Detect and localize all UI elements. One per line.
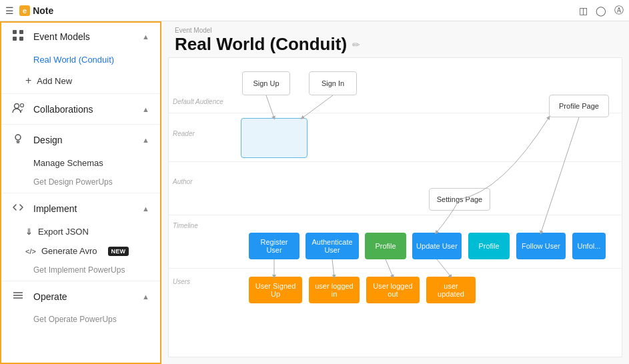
sidebar-section-implement: Implement ▲ ⇓ Export JSON </> Generate A… (1, 195, 160, 279)
sidebar-item-implement[interactable]: Implement ▲ (1, 195, 160, 222)
collaborations-label: Collaborations (33, 104, 142, 115)
sidebar-item-collaborations[interactable]: Collaborations ▲ (1, 95, 160, 123)
sidebar-design-powerups[interactable]: Get Design PowerUps (1, 173, 160, 191)
sidebar-add-new-button[interactable]: + Add New (1, 69, 160, 92)
list-icon (12, 289, 25, 303)
divider-1 (1, 93, 160, 94)
page-title: Real World (Conduit) (175, 34, 347, 55)
row-label-timeline: Timeline (173, 222, 198, 229)
node-user-updated[interactable]: user updated (426, 277, 476, 303)
node-settings-page[interactable]: Settings Page (429, 188, 490, 211)
download-icon: ⇓ (25, 227, 33, 237)
add-new-label: Add New (37, 76, 72, 86)
divider-2 (1, 124, 160, 125)
node-user-logged-in[interactable]: user logged in (309, 277, 360, 303)
node-user-logged-out[interactable]: User logged out (366, 277, 420, 303)
node-profile[interactable]: Profile (365, 233, 406, 259)
event-models-label: Event Models (33, 31, 142, 42)
svg-rect-1 (19, 30, 23, 34)
svg-point-4 (15, 104, 19, 109)
logo: e Note (19, 5, 53, 16)
user-circle-icon[interactable]: ◯ (596, 5, 606, 16)
sidebar-item-operate[interactable]: Operate ▲ (1, 283, 160, 310)
topbar-right: ◫ ◯ Ⓐ (579, 5, 624, 17)
sidebar-implement-powerups[interactable]: Get Implement PowerUps (1, 261, 160, 279)
lightbulb-icon (12, 133, 25, 147)
main-area: Event Models ▲ Real World (Conduit) + Ad… (0, 21, 629, 364)
content-header: Event Model Real World (Conduit) ✏ (161, 21, 629, 57)
content-area: Event Model Real World (Conduit) ✏ Defau… (161, 21, 629, 364)
menu-icon[interactable]: ☰ (5, 5, 14, 16)
svg-rect-2 (13, 37, 17, 41)
chevron-down-icon-collab: ▲ (142, 105, 149, 113)
svg-point-6 (15, 135, 21, 140)
sidebar-manage-schemas[interactable]: Manage Schemas (1, 153, 160, 173)
sidebar-section-event-models: Event Models ▲ Real World (Conduit) + Ad… (1, 23, 160, 92)
chevron-down-icon-design: ▲ (142, 136, 149, 144)
sidebar-operate-powerups[interactable]: Get Operate PowerUps (1, 310, 160, 329)
divider-3 (1, 193, 160, 193)
row-label-author: Author (173, 178, 192, 185)
node-sign-up[interactable]: Sign Up (242, 71, 290, 95)
breadcrumb: Event Model (175, 27, 616, 34)
code-small-icon: </> (25, 247, 36, 255)
sidebar-section-operate: Operate ▲ Get Operate PowerUps (1, 283, 160, 329)
sidebar-generate-avro[interactable]: </> Generate Avro NEW (1, 241, 160, 261)
divider-4 (1, 281, 160, 281)
sidebar: Event Models ▲ Real World (Conduit) + Ad… (0, 21, 161, 364)
people-icon (12, 102, 25, 116)
grid-icon[interactable]: ◫ (579, 5, 588, 16)
chevron-down-icon-operate: ▲ (142, 293, 149, 301)
implement-label: Implement (33, 203, 142, 214)
chevron-down-icon: ▲ (142, 33, 149, 41)
sidebar-item-design[interactable]: Design ▲ (1, 126, 160, 153)
row-label-users: Users (173, 278, 190, 285)
node-profile2[interactable]: Profile (468, 233, 510, 259)
row-label-reader: Reader (173, 130, 195, 137)
node-follow-user[interactable]: Follow User (516, 233, 566, 259)
new-badge: NEW (108, 247, 129, 256)
logo-text: Note (33, 5, 53, 16)
grid-line-4 (169, 268, 622, 269)
diagram-canvas[interactable]: Default Audience Reader Author Timeline … (168, 57, 622, 357)
grid-line-3 (169, 215, 622, 215)
edit-icon[interactable]: ✏ (352, 39, 360, 50)
sidebar-section-design: Design ▲ Manage Schemas Get Design Power… (1, 126, 160, 191)
node-user-signed-up[interactable]: User Signed Up (249, 277, 302, 303)
operate-label: Operate (33, 291, 142, 302)
node-unfollow[interactable]: Unfol... (572, 233, 606, 259)
sidebar-item-real-world-conduit[interactable]: Real World (Conduit) (1, 50, 160, 69)
grid-line-2 (169, 161, 622, 162)
node-sign-in[interactable]: Sign In (309, 71, 357, 95)
logo-box: e (19, 5, 30, 16)
chevron-down-icon-implement: ▲ (142, 205, 149, 213)
node-register-user[interactable]: Register User (249, 233, 299, 259)
node-profile-page[interactable]: Profile Page (549, 95, 609, 117)
topbar: ☰ e Note ◫ ◯ Ⓐ (0, 0, 629, 21)
svg-rect-0 (13, 30, 17, 34)
grid-icon (12, 29, 25, 43)
sidebar-item-event-models[interactable]: Event Models ▲ (1, 23, 160, 50)
svg-point-5 (21, 104, 24, 107)
svg-rect-3 (19, 37, 23, 41)
account-icon[interactable]: Ⓐ (614, 5, 624, 17)
plus-icon: + (25, 75, 31, 87)
design-label: Design (33, 135, 142, 145)
sidebar-section-collaborations: Collaborations ▲ (1, 95, 160, 123)
page-title-row: Real World (Conduit) ✏ (175, 34, 616, 55)
row-label-default-audience: Default Audience (173, 98, 223, 105)
node-authenticate-user[interactable]: Authenticate User (305, 233, 359, 259)
node-update-user[interactable]: Update User (412, 233, 462, 259)
code-icon (12, 201, 25, 215)
sidebar-export-json[interactable]: ⇓ Export JSON (1, 222, 160, 241)
node-reader[interactable] (241, 118, 307, 158)
